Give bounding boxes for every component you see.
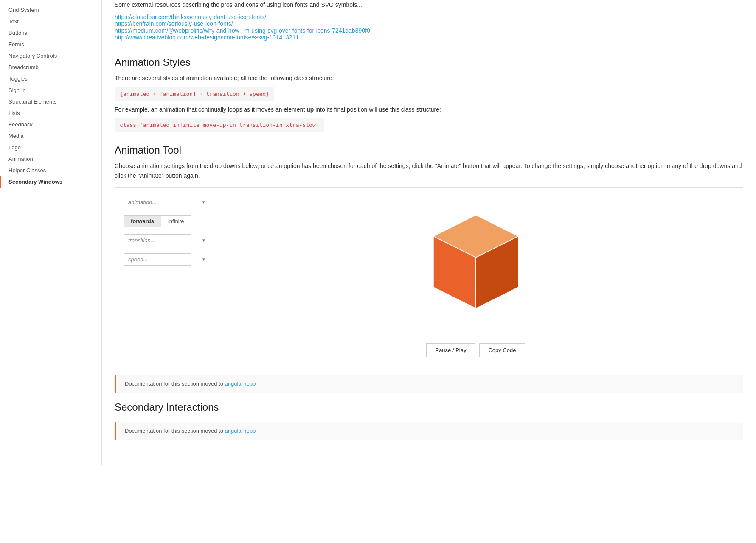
sidebar-item-media[interactable]: Media	[0, 130, 101, 142]
animation-tool-description: Choose animation settings from the drop …	[115, 161, 743, 180]
speed-dropdown-wrapper: speed...	[124, 253, 208, 266]
sidebar-item-feedback[interactable]: Feedback	[0, 119, 101, 130]
example-text: For example, an animation that continual…	[115, 105, 743, 114]
sidebar-item-forms[interactable]: Forms	[0, 39, 101, 50]
cube-controls: Pause / Play Copy Code	[426, 343, 525, 357]
sidebar-item-lists[interactable]: Lists	[0, 107, 101, 119]
infinite-toggle-btn[interactable]: infinite	[161, 216, 191, 227]
sidebar-item-text[interactable]: Text	[0, 16, 101, 27]
animation-tool-container: animation... forwards infinite transitio…	[115, 187, 743, 366]
example-class-code: class="animated infinite move-up-in tran…	[115, 118, 324, 132]
cube-preview: Pause / Play Copy Code	[217, 196, 734, 357]
animation-dropdown[interactable]: animation...	[124, 196, 191, 208]
animation-dropdown-wrapper: animation...	[124, 196, 208, 208]
external-link[interactable]: https://benfrain.com/seriously-use-icon-…	[115, 20, 233, 27]
divider	[115, 48, 743, 48]
external-link[interactable]: http://www.creativebloq.com/web-design/i…	[115, 34, 299, 41]
external-link[interactable]: https://medium.com/@webprolific/why-and-…	[115, 27, 370, 34]
sidebar-nav: Grid SystemTextButtonsFormsNavigatory Co…	[0, 4, 101, 188]
cube-area	[217, 196, 734, 336]
animation-styles-heading: Animation Styles	[115, 56, 743, 68]
sidebar-item-toggles[interactable]: Toggles	[0, 73, 101, 84]
sidebar-item-sign-in[interactable]: Sign In	[0, 84, 101, 96]
forwards-toggle-btn[interactable]: forwards	[124, 216, 161, 227]
animation-styles-intro: There are several styles of animation av…	[115, 73, 743, 83]
notice-text-1: Documentation for this section moved to	[125, 381, 225, 387]
angular-repo-link-1[interactable]: angular repo	[225, 381, 256, 387]
main-content: Some external resources describing the p…	[102, 0, 756, 465]
sidebar-item-logo[interactable]: Logo	[0, 142, 101, 153]
sidebar: Grid SystemTextButtonsFormsNavigatory Co…	[0, 0, 102, 465]
secondary-interactions-heading: Secondary Interactions	[115, 401, 743, 413]
sidebar-item-buttons[interactable]: Buttons	[0, 27, 101, 39]
notice-box-1: Documentation for this section moved to …	[115, 375, 743, 393]
sidebar-item-grid-system[interactable]: Grid System	[0, 4, 101, 16]
angular-repo-link-2[interactable]: angular repo	[225, 428, 256, 434]
transition-dropdown[interactable]: transition...	[124, 234, 191, 246]
sidebar-item-structural-elements[interactable]: Structural Elements	[0, 96, 101, 107]
external-links: https://cloudfour.com/thinks/seriously-d…	[115, 14, 743, 41]
sidebar-item-helper-classes[interactable]: Helper Classes	[0, 165, 101, 176]
speed-dropdown[interactable]: speed...	[124, 253, 191, 266]
external-resources-intro: Some external resources describing the p…	[115, 0, 743, 9]
external-link[interactable]: https://cloudfour.com/thinks/seriously-d…	[115, 14, 266, 20]
sidebar-item-animation[interactable]: Animation	[0, 153, 101, 165]
notice-text-2: Documentation for this section moved to	[125, 428, 225, 434]
animation-tool-heading: Animation Tool	[115, 144, 743, 156]
copy-code-button[interactable]: Copy Code	[479, 343, 525, 357]
notice-box-2: Documentation for this section moved to …	[115, 422, 743, 440]
pause-play-button[interactable]: Pause / Play	[426, 343, 475, 357]
transition-dropdown-wrapper: transition...	[124, 234, 208, 246]
forwards-infinite-toggle: forwards infinite	[124, 215, 191, 227]
sidebar-item-breadcrumb[interactable]: Breadcrumb	[0, 62, 101, 73]
cube-svg	[421, 207, 531, 325]
sidebar-item-navigatory-controls[interactable]: Navigatory Controls	[0, 50, 101, 62]
sidebar-item-secondary-windows[interactable]: Secondary Windows	[0, 176, 101, 188]
animation-controls: animation... forwards infinite transitio…	[124, 196, 208, 357]
class-structure-code: {animated + [animation] + transition + s…	[115, 87, 274, 101]
